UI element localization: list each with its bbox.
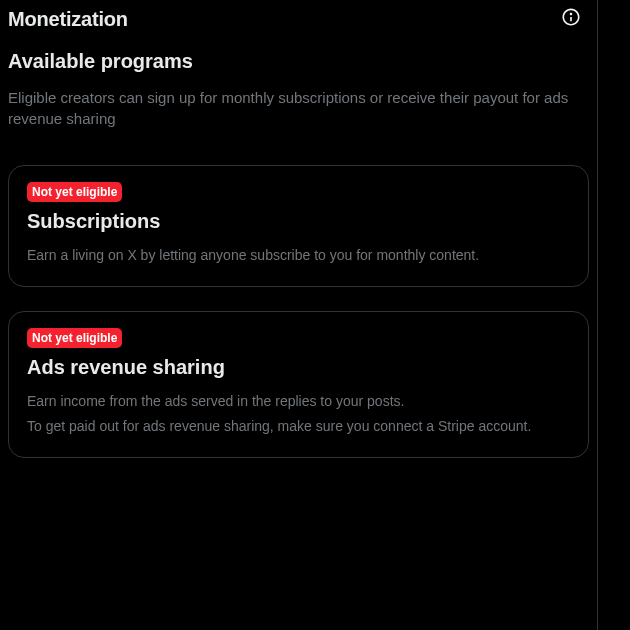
info-button[interactable] <box>553 1 589 37</box>
monetization-panel: Monetization Available programs Eligible… <box>0 0 598 630</box>
eligibility-badge: Not yet eligible <box>27 328 122 348</box>
page-title: Monetization <box>8 8 128 31</box>
program-card-subscriptions[interactable]: Not yet eligible Subscriptions Earn a li… <box>8 165 589 287</box>
eligibility-badge: Not yet eligible <box>27 182 122 202</box>
info-icon <box>561 7 581 31</box>
program-card-ads-revenue[interactable]: Not yet eligible Ads revenue sharing Ear… <box>8 311 589 458</box>
programs-container: Not yet eligible Subscriptions Earn a li… <box>0 165 597 458</box>
program-description-line: Earn income from the ads served in the r… <box>27 391 570 412</box>
program-title: Ads revenue sharing <box>27 356 570 379</box>
page-header: Monetization <box>0 0 597 38</box>
section-description: Eligible creators can sign up for monthl… <box>8 81 589 129</box>
program-description-line: Earn a living on X by letting anyone sub… <box>27 245 570 266</box>
program-description: Earn a living on X by letting anyone sub… <box>27 245 570 266</box>
program-title: Subscriptions <box>27 210 570 233</box>
program-description: Earn income from the ads served in the r… <box>27 391 570 437</box>
section-header: Available programs Eligible creators can… <box>0 38 597 133</box>
section-title: Available programs <box>8 50 589 73</box>
program-description-line: To get paid out for ads revenue sharing,… <box>27 416 570 437</box>
